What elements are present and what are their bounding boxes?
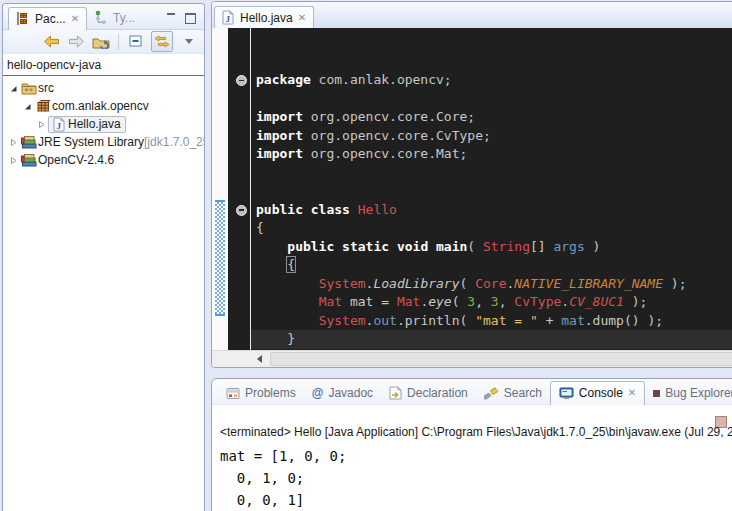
tab-problems[interactable]: Problems [218, 382, 304, 404]
code-line: public static void main( String[] args ) [256, 238, 732, 257]
tab-type-hierarchy-label: Ty... [113, 11, 135, 25]
chevron-down-icon [185, 39, 193, 44]
tab-type-hierarchy[interactable]: Ty... [87, 6, 142, 29]
console-status-line: <terminated> Hello [Java Application] C:… [220, 425, 732, 439]
tree-item-hello-java[interactable]: JHello.java [3, 115, 204, 133]
fold-collapse-icon[interactable] [236, 205, 247, 216]
package-tree: srccom.anlak.opencvJHello.javaJRE System… [3, 76, 204, 169]
tree-item-src[interactable]: src [3, 79, 204, 97]
tree-item-label: JRE System Library [38, 135, 144, 149]
twisty-collapsed-icon[interactable] [7, 156, 20, 165]
src-folder-icon [20, 81, 38, 95]
java-file-icon: J [221, 10, 235, 25]
tab-package-explorer-label: Pac... [35, 12, 66, 26]
close-icon[interactable]: ✕ [71, 14, 79, 24]
project-header[interactable]: hello-opencv-java [3, 54, 204, 76]
range-indicator [215, 200, 225, 316]
collapse-all-button[interactable] [126, 32, 146, 51]
code-line [256, 182, 732, 201]
link-with-editor-button[interactable] [151, 31, 173, 52]
scrollbar-thumb[interactable] [270, 352, 732, 366]
console-panel: Problems@JavadocDeclarationSearchConsole… [211, 378, 732, 511]
editor-panel: J Hello.java ✕ package com.anlak.opencv;… [211, 1, 732, 368]
link-editor-icon [154, 35, 170, 48]
collapse-all-icon [129, 35, 144, 48]
tab-label: Javadoc [328, 386, 373, 400]
code-line: public class Hello [256, 201, 732, 220]
editor-tabstrip: J Hello.java ✕ [212, 2, 732, 29]
code-editor[interactable]: package com.anlak.opencv; import org.ope… [251, 28, 732, 350]
tab-label: Declaration [407, 386, 468, 400]
tree-item-com-anlak-opencv[interactable]: com.anlak.opencv [3, 97, 204, 115]
editor-body: package com.anlak.opencv; import org.ope… [212, 28, 732, 350]
tab-declaration[interactable]: Declaration [381, 382, 476, 404]
tree-item-label: Hello.java [68, 117, 121, 131]
tab-label: Search [504, 386, 542, 400]
code-line: import org.opencv.core.Mat; [256, 145, 732, 164]
selected-item-box: JHello.java [48, 116, 126, 133]
up-button[interactable] [91, 32, 111, 51]
back-button[interactable] [41, 32, 61, 51]
annotation-ruler[interactable] [212, 28, 228, 350]
tab-console[interactable]: Console✕ [550, 381, 645, 405]
twisty-collapsed-icon[interactable] [35, 120, 48, 129]
package-icon [34, 99, 52, 113]
type-hierarchy-icon [94, 10, 108, 25]
tree-item-opencv-2-4-6[interactable]: OpenCV-2.4.6 [3, 151, 204, 169]
tab-javadoc[interactable]: @Javadoc [304, 382, 381, 404]
console-icon [559, 387, 574, 400]
twisty-expanded-icon[interactable] [7, 84, 20, 93]
tree-item-label: com.anlak.opencv [52, 99, 149, 113]
twisty-expanded-icon[interactable] [21, 102, 34, 111]
tab-package-explorer[interactable]: Pac... ✕ [8, 7, 87, 30]
problems-icon [226, 387, 240, 400]
code-line: System.LoadLibrary( Core.NATIVE_LIBRARY_… [256, 275, 732, 294]
console-line: mat = [1, 0, 0; [220, 445, 346, 467]
javadoc-icon: @ [312, 386, 324, 400]
back-arrow-icon [43, 35, 60, 48]
code-line [256, 90, 732, 109]
minimize-icon[interactable] [166, 13, 177, 23]
up-folder-icon [92, 35, 110, 49]
tree-item-jre-system-library[interactable]: JRE System Library [jdk1.7.0_25] [3, 133, 204, 151]
tree-item-label: OpenCV-2.4.6 [38, 153, 114, 167]
search-icon [484, 386, 499, 400]
tab-label: Problems [245, 386, 296, 400]
code-line [256, 164, 732, 183]
close-icon[interactable]: ✕ [628, 388, 636, 398]
view-window-buttons [166, 13, 204, 29]
forward-button[interactable] [66, 32, 86, 51]
code-lines: package com.anlak.opencv; import org.ope… [256, 71, 732, 350]
fold-gutter[interactable] [228, 28, 251, 350]
twisty-collapsed-icon[interactable] [7, 138, 20, 147]
library-icon [20, 135, 38, 149]
tab-label: Console [579, 386, 623, 400]
left-tabstrip: Pac... ✕ Ty... [3, 4, 204, 30]
tab-label: Bug Explorer [665, 386, 732, 400]
library-icon [20, 153, 38, 167]
bottom-tabstrip: Problems@JavadocDeclarationSearchConsole… [212, 379, 732, 405]
tree-item-label: src [38, 81, 54, 95]
tab-bug-explorer[interactable]: Bug Explorer [645, 382, 732, 404]
console-output[interactable]: mat = [1, 0, 0; 0, 1, 0; 0, 0, 1] [220, 445, 346, 511]
horizontal-scrollbar[interactable] [212, 350, 732, 367]
console-line: 0, 1, 0; [220, 467, 346, 489]
tab-search[interactable]: Search [476, 382, 550, 404]
maximize-icon[interactable] [185, 13, 196, 23]
scroll-left-icon[interactable] [257, 355, 262, 363]
java-file-icon: J [50, 117, 68, 132]
package-explorer-toolbar [3, 30, 204, 54]
tab-hello-java[interactable]: J Hello.java ✕ [214, 6, 314, 29]
code-line: } [251, 330, 732, 349]
view-menu-button[interactable] [178, 32, 198, 51]
tree-item-meta: [jdk1.7.0_25] [144, 135, 204, 149]
declaration-icon [389, 386, 402, 400]
toolbar-separator [118, 34, 119, 50]
fold-collapse-icon[interactable] [236, 75, 247, 86]
code-line: System.out.println( "mat = " + mat.dump(… [256, 312, 732, 331]
svg-text:J: J [226, 14, 231, 24]
close-icon[interactable]: ✕ [298, 13, 306, 23]
code-line: package com.anlak.opencv; [256, 71, 732, 90]
code-line: Mat mat = Mat.eye( 3, 3, CvType.CV_8UC1 … [256, 293, 732, 312]
code-line: { [256, 219, 732, 238]
